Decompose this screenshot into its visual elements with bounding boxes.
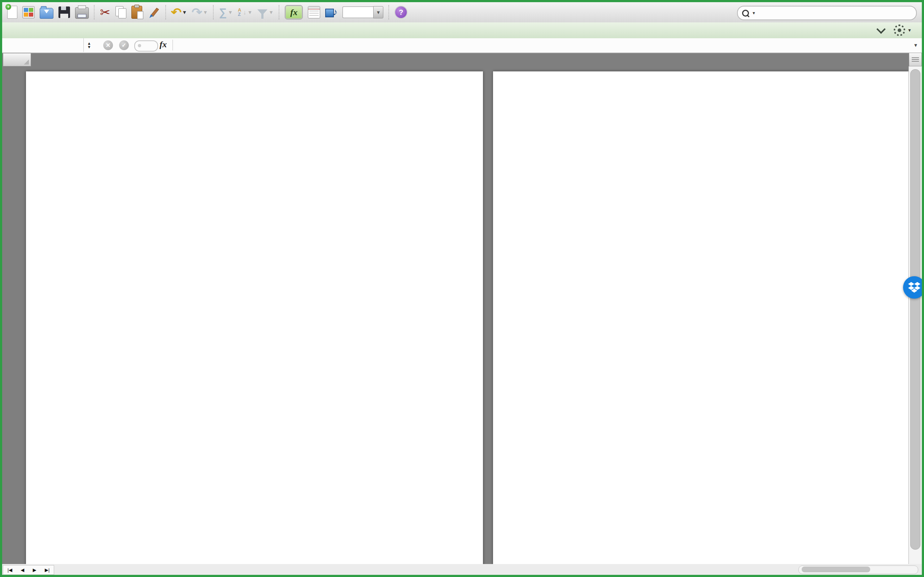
last-sheet-button[interactable]: ▶| [45, 567, 50, 573]
window-frame-right [922, 0, 924, 577]
search-scope-dropdown[interactable]: ▼ [752, 11, 756, 15]
save-button[interactable] [58, 6, 70, 18]
help-button[interactable]: ? [394, 6, 407, 19]
save-icon [58, 6, 70, 18]
vertical-scroll-thumb[interactable] [910, 69, 921, 550]
window-frame-bottom [0, 575, 924, 577]
confirm-entry-button[interactable]: ✓ [119, 40, 129, 50]
toolbar-separator [213, 5, 214, 19]
help-icon: ? [394, 6, 407, 19]
toolbar-separator [279, 5, 280, 19]
filter-button[interactable]: ▼ [257, 10, 274, 15]
ribbon-tab-bar: ▼ [2, 23, 922, 39]
gallery-button[interactable] [23, 6, 35, 18]
zoom-dropdown[interactable]: ▼ [373, 6, 383, 18]
format-painter-button[interactable] [147, 6, 160, 19]
standard-toolbar: + ✂ ↶▼ ↷▼ ∑▼ AZ↓▼ ▼ fx [2, 2, 922, 23]
scissors-icon: ✂ [100, 6, 110, 18]
toolbar-separator [94, 5, 95, 19]
ribbon-settings-button[interactable]: ▼ [894, 24, 912, 36]
copy-button[interactable] [115, 6, 126, 18]
funnel-icon [257, 10, 267, 15]
open-folder-icon [40, 8, 53, 19]
redo-dropdown: ▼ [203, 10, 208, 15]
window-frame-top [0, 0, 924, 2]
sort-button[interactable]: AZ↓▼ [238, 8, 252, 16]
gallery-icon [23, 6, 35, 18]
sort-az-icon: AZ [238, 8, 241, 16]
new-document-button[interactable]: + [7, 6, 17, 19]
undo-button[interactable]: ↶▼ [171, 6, 187, 18]
vertical-scrollbar[interactable] [908, 66, 922, 564]
gear-dropdown: ▼ [908, 28, 912, 33]
window-frame-left [0, 0, 2, 577]
redo-button[interactable]: ↷▼ [192, 6, 208, 18]
autosum-dropdown: ▼ [228, 10, 233, 15]
dropbox-icon[interactable] [903, 276, 924, 298]
print-button[interactable] [75, 6, 89, 19]
redo-icon: ↷ [192, 6, 202, 18]
paste-button[interactable] [131, 6, 142, 19]
new-document-icon: + [7, 6, 17, 19]
toolbar-separator [388, 5, 389, 19]
autosum-button[interactable]: ∑▼ [219, 6, 233, 18]
formula-divider [173, 40, 173, 50]
sort-arrow-icon: ↓ [243, 9, 246, 16]
horizontal-scrollbar[interactable] [798, 566, 918, 574]
media-icon [325, 6, 338, 18]
search-input[interactable] [759, 8, 912, 18]
collapse-ribbon-icon[interactable] [876, 24, 885, 34]
name-box-stepper[interactable]: ▲▼ [84, 40, 94, 50]
page-1 [26, 71, 483, 564]
sheet-tab-navigation: |◀ ◀ ▶ ▶| [3, 565, 54, 575]
sigma-icon: ∑ [219, 6, 227, 18]
toolbar-separator [165, 5, 166, 19]
cut-button[interactable]: ✂ [100, 6, 110, 18]
sort-dropdown: ▼ [247, 10, 252, 15]
sheet-canvas [2, 66, 922, 564]
ribbon-right-controls: ▼ [878, 23, 922, 38]
gear-icon [894, 24, 905, 36]
copy-icon [115, 6, 126, 18]
select-all-box[interactable] [3, 53, 31, 66]
zoom-value [342, 6, 373, 18]
media-browser-button[interactable] [325, 6, 338, 18]
sheet-tab-bar: |◀ ◀ ▶ ▶| [2, 564, 922, 575]
formula-bar: ▲▼ ✕ ✓ fx ▼ [2, 38, 922, 53]
formula-builder-button[interactable]: fx [285, 5, 303, 19]
undo-dropdown[interactable]: ▼ [182, 10, 187, 15]
excel-window: + ✂ ↶▼ ↷▼ ∑▼ AZ↓▼ ▼ fx [0, 0, 924, 577]
formula-bar-expand[interactable]: ▼ [910, 40, 921, 50]
brush-icon [147, 6, 160, 19]
open-button[interactable] [40, 6, 53, 19]
reference-button[interactable] [308, 6, 320, 18]
first-sheet-button[interactable]: |◀ [8, 567, 12, 573]
scrollbar-split-handle[interactable] [909, 53, 922, 66]
page-2 [493, 71, 909, 564]
search-icon [742, 10, 749, 16]
zoom-control[interactable]: ▼ [342, 6, 383, 18]
filter-dropdown: ▼ [268, 10, 274, 15]
previous-sheet-button[interactable]: ◀ [21, 567, 24, 573]
sheet-search[interactable]: ▼ [737, 6, 917, 20]
undo-icon: ↶ [171, 6, 181, 18]
cancel-entry-button[interactable]: ✕ [103, 40, 113, 50]
name-box[interactable] [2, 38, 84, 52]
reference-list-icon [308, 6, 320, 18]
insert-function-button[interactable]: fx [160, 40, 167, 49]
print-icon [75, 7, 89, 19]
function-oval [134, 40, 158, 52]
clipboard-icon [131, 6, 142, 19]
horizontal-scroll-thumb[interactable] [802, 567, 870, 572]
next-sheet-button[interactable]: ▶ [33, 567, 36, 573]
